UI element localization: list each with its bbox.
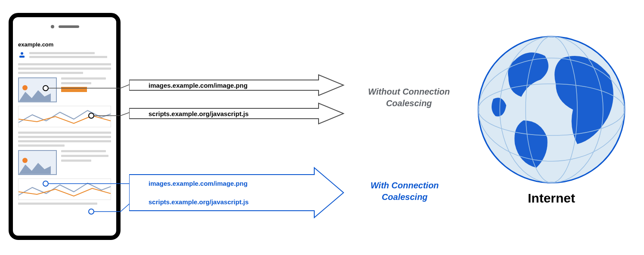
arrow-with-req1-label: images.example.com/image.png xyxy=(149,180,248,187)
marker-script-2 xyxy=(88,209,94,215)
chart-thumbnail-2 xyxy=(18,178,111,200)
arrow-with xyxy=(129,167,344,218)
svg-marker-3 xyxy=(19,163,51,174)
marker-image-2 xyxy=(43,181,49,187)
paragraph-block-2 xyxy=(18,132,111,147)
internet-globe: Internet xyxy=(476,34,627,206)
content-row-1 xyxy=(18,77,111,102)
arrow-without-2-label: scripts.example.org/javascript.js xyxy=(149,110,249,117)
marker-image-1 xyxy=(43,85,49,91)
svg-point-0 xyxy=(21,52,23,55)
content-row-2 xyxy=(18,150,111,175)
image-thumbnail-2 xyxy=(18,150,57,175)
svg-rect-1 xyxy=(19,56,25,58)
phone-device: example.com xyxy=(9,13,121,240)
phone-screen: example.com xyxy=(15,37,115,231)
highlight-chip xyxy=(61,87,87,92)
arrow-with-req2-label: scripts.example.org/javascript.js xyxy=(149,198,249,206)
image-thumbnail-1 xyxy=(18,77,57,102)
diagram-stage: example.com xyxy=(0,0,644,255)
marker-script-1 xyxy=(88,113,94,119)
browser-url: example.com xyxy=(18,41,111,48)
paragraph-block xyxy=(18,63,111,74)
chart-thumbnail-1 xyxy=(18,106,111,127)
avatar-icon xyxy=(18,51,26,59)
label-with-coalescing: With ConnectionCoalescing xyxy=(362,180,448,203)
paragraph-block-3 xyxy=(18,203,111,205)
arrow-without-1-label: images.example.com/image.png xyxy=(149,82,248,89)
label-without-coalescing: Without ConnectionCoalescing xyxy=(362,86,456,109)
globe-caption: Internet xyxy=(476,191,627,206)
svg-marker-2 xyxy=(19,90,51,101)
svg-marker-6 xyxy=(129,168,344,218)
profile-row xyxy=(18,51,111,59)
globe-icon xyxy=(476,34,627,185)
phone-speaker xyxy=(50,24,79,29)
